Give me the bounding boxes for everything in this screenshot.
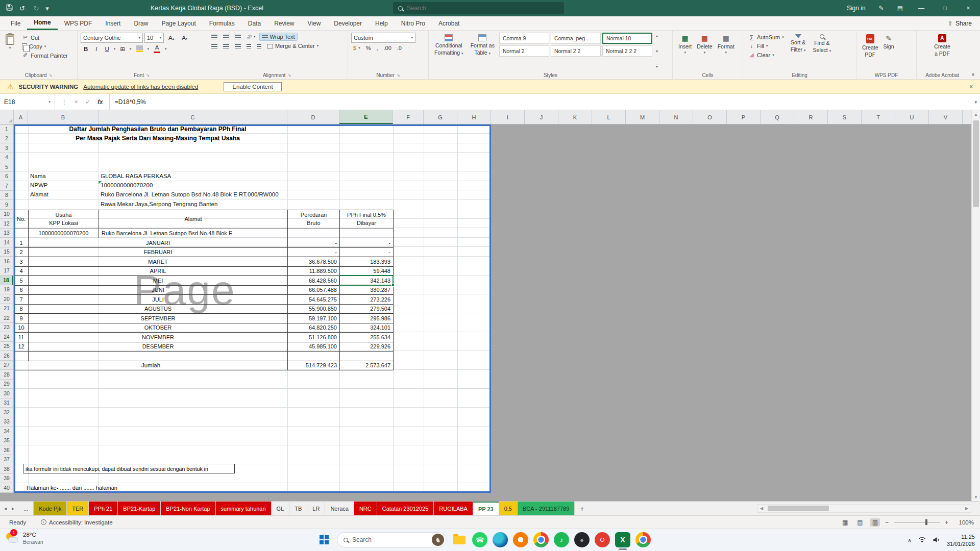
save-icon[interactable] bbox=[6, 4, 13, 12]
alamat-value-2[interactable]: Rawa Mekar Jaya,Serpong Tengrang Banten bbox=[101, 201, 217, 207]
clear-button[interactable]: ◢Clear▾ bbox=[746, 51, 786, 59]
row-header[interactable]: 5 bbox=[0, 162, 13, 172]
row-header[interactable]: 9 bbox=[0, 200, 13, 210]
gallery-down-icon[interactable]: ▾ bbox=[656, 49, 658, 54]
row-header[interactable]: 1 bbox=[0, 124, 13, 134]
ribbon-tab[interactable]: WPS PDF bbox=[58, 16, 99, 30]
column-header[interactable]: P bbox=[727, 110, 761, 124]
autosum-button[interactable]: ∑AutoSum▾ bbox=[746, 34, 786, 41]
header-usaha[interactable]: UsahaKPP Lokasi bbox=[29, 210, 99, 229]
scroll-left-icon[interactable]: ◀ bbox=[757, 506, 766, 511]
header-alamat[interactable]: Alamat bbox=[99, 210, 288, 229]
merge-center-button[interactable]: Merge & Center▾ bbox=[265, 42, 321, 49]
cell-style-selected[interactable]: Normal 10 bbox=[602, 33, 652, 44]
alamat-value-1[interactable]: Ruko Barcelona Jl. Letnan Sutopo Bsd No.… bbox=[101, 191, 279, 197]
taskbar-icon-file-explorer[interactable] bbox=[452, 532, 467, 547]
row-header[interactable]: 12 bbox=[0, 219, 13, 229]
cell-month[interactable]: OKTOBER bbox=[29, 323, 288, 333]
cut-button[interactable]: ✂Cut bbox=[20, 34, 70, 41]
row-header[interactable]: 26 bbox=[0, 351, 13, 361]
row-header[interactable]: 2 bbox=[0, 134, 13, 144]
sheet-tab[interactable]: Neraca bbox=[325, 502, 354, 515]
column-header[interactable]: F bbox=[393, 110, 424, 124]
sheet-tab[interactable]: TER bbox=[67, 502, 89, 515]
column-header[interactable]: B bbox=[28, 110, 99, 124]
increase-decimal-button[interactable]: .00 bbox=[381, 44, 393, 52]
column-header[interactable]: S bbox=[828, 110, 862, 124]
increase-font-size-button[interactable]: A▴ bbox=[165, 34, 177, 41]
column-header[interactable]: K bbox=[558, 110, 592, 124]
cell-month[interactable]: MEI bbox=[29, 276, 288, 286]
orientation-button[interactable]: ab▾ bbox=[244, 34, 258, 40]
cell-style[interactable]: Normal 2 2 bbox=[551, 45, 601, 57]
formula-menu-icon[interactable]: ⋮ bbox=[61, 98, 67, 106]
column-header[interactable]: J bbox=[525, 110, 558, 124]
number-dialog-launcher[interactable]: ↘ bbox=[397, 73, 400, 78]
undo-icon[interactable]: ↺▾ bbox=[19, 5, 27, 12]
row-header[interactable]: 14 bbox=[0, 238, 13, 247]
scroll-right-icon[interactable]: ▶ bbox=[963, 506, 971, 511]
warning-message-link[interactable]: Automatic update of links has been disab… bbox=[83, 84, 198, 90]
cell-style[interactable]: Normal 2 2 2 bbox=[602, 45, 652, 57]
sheet-tab[interactable]: GL bbox=[272, 502, 290, 515]
cell-no[interactable]: 5 bbox=[14, 276, 29, 286]
close-button[interactable]: × bbox=[957, 0, 980, 16]
cell-pph[interactable]: 279.504 bbox=[340, 305, 394, 314]
ribbon-tab[interactable]: Formulas bbox=[203, 16, 241, 30]
cell-no[interactable]: 6 bbox=[14, 286, 29, 295]
decrease-decimal-button[interactable]: .0 bbox=[395, 44, 404, 52]
column-header[interactable]: R bbox=[794, 110, 828, 124]
cell-no[interactable]: 9 bbox=[14, 314, 29, 323]
horizontal-scroll-thumb[interactable] bbox=[768, 506, 829, 511]
new-sheet-button[interactable]: + bbox=[575, 502, 589, 515]
customize-quick-access-icon[interactable]: ▾ bbox=[45, 5, 49, 12]
decrease-indent-icon[interactable] bbox=[244, 43, 253, 49]
footer-cell[interactable]: Halaman ke- ....... dari ....... halaman bbox=[27, 485, 117, 491]
column-header[interactable]: C bbox=[99, 110, 287, 124]
align-center-icon[interactable] bbox=[221, 43, 231, 49]
row-header[interactable]: 38 bbox=[0, 464, 13, 474]
nama-label[interactable]: Nama bbox=[30, 173, 46, 179]
cell-month[interactable]: JUNI bbox=[29, 286, 288, 295]
copy-button[interactable]: Copy▾ bbox=[20, 43, 70, 50]
nama-value[interactable]: GLOBAL RAGA PERKASA bbox=[101, 173, 171, 179]
delete-cells-button[interactable]: ▦Delete▾ bbox=[694, 33, 715, 70]
ribbon-tab[interactable]: Developer bbox=[327, 16, 369, 30]
cell-month[interactable]: JULI bbox=[29, 295, 288, 305]
cell-month[interactable]: SEPTEMBER bbox=[29, 314, 288, 323]
tray-show-hidden-icon[interactable]: ∧ bbox=[908, 537, 912, 544]
cell-style[interactable]: Normal 2 bbox=[499, 45, 549, 57]
vertical-scroll-thumb[interactable] bbox=[973, 120, 979, 207]
taskbar-icon-whatsapp[interactable]: ☎ bbox=[472, 532, 487, 547]
cell-no[interactable]: 2 bbox=[14, 248, 29, 258]
column-header[interactable]: H bbox=[457, 110, 491, 124]
paste-button[interactable]: ▾ bbox=[3, 33, 17, 59]
font-dialog-launcher[interactable]: ↘ bbox=[146, 73, 150, 78]
vertical-scrollbar[interactable]: ▲ ▼ bbox=[971, 110, 980, 501]
header-pph[interactable]: PPh Final 0,5%Dibayar bbox=[340, 210, 394, 229]
column-header[interactable]: O bbox=[693, 110, 727, 124]
scroll-up-icon[interactable]: ▲ bbox=[972, 110, 980, 118]
taskbar-icon-browser-orange[interactable] bbox=[513, 532, 528, 547]
cell-bruto[interactable]: 59.197.100 bbox=[288, 314, 340, 323]
cancel-entry-icon[interactable]: × bbox=[75, 98, 78, 106]
cell-pph[interactable]: 229.926 bbox=[340, 342, 394, 352]
select-all-corner[interactable]: ◢ bbox=[0, 110, 14, 124]
sort-filter-button[interactable]: Sort & Filter ▾ bbox=[788, 33, 808, 70]
start-button[interactable] bbox=[316, 532, 332, 547]
row-header[interactable]: 24 bbox=[0, 332, 13, 342]
cell-no[interactable]: 12 bbox=[14, 342, 29, 352]
search-highlight-image[interactable]: ♞ bbox=[432, 534, 444, 546]
ribbon-tab[interactable]: File bbox=[4, 16, 27, 30]
borders-button[interactable]: ⊞ bbox=[117, 45, 128, 53]
zoom-out-icon[interactable]: − bbox=[885, 519, 889, 526]
row-header[interactable]: 21 bbox=[0, 304, 13, 314]
column-header[interactable]: I bbox=[491, 110, 525, 124]
cell-bruto[interactable]: - bbox=[288, 248, 340, 258]
cell-pph[interactable]: 330.287 bbox=[340, 286, 394, 295]
row-header[interactable]: 27 bbox=[0, 361, 13, 370]
sheet-tab[interactable]: NRC bbox=[354, 502, 377, 515]
format-painter-button[interactable]: ✐Format Painter bbox=[20, 52, 70, 59]
sheet-tab[interactable]: BP21-Non Kartap bbox=[161, 502, 215, 515]
wrap-text-button[interactable]: Wrap Text bbox=[259, 33, 298, 41]
